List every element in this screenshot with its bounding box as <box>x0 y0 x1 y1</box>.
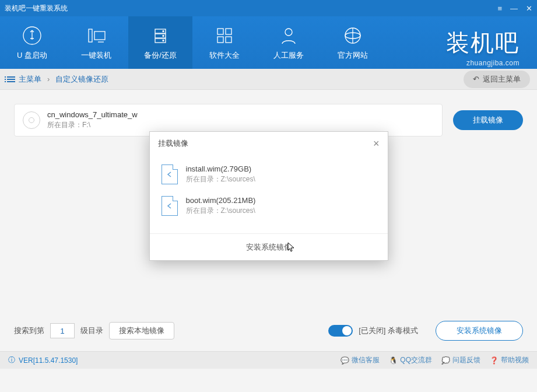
file-icon <box>162 164 178 184</box>
modal-title: 挂载镜像 <box>158 138 188 149</box>
wim-item-install[interactable]: install.wim(2.79GB) 所在目录：Z:\sources\ <box>150 159 388 190</box>
wim-item-boot[interactable]: boot.wim(205.21MB) 所在目录：Z:\sources\ <box>150 190 388 222</box>
modal-body: install.wim(2.79GB) 所在目录：Z:\sources\ boo… <box>150 155 388 233</box>
modal-overlay: 挂载镜像 × install.wim(2.79GB) 所在目录：Z:\sourc… <box>0 0 537 392</box>
modal-footer-label: 安装系统镜像 <box>246 242 292 253</box>
mount-modal: 挂载镜像 × install.wim(2.79GB) 所在目录：Z:\sourc… <box>149 131 388 261</box>
modal-install-button[interactable]: 安装系统镜像 <box>150 233 388 260</box>
modal-close-icon[interactable]: × <box>373 138 380 150</box>
file-icon <box>162 196 178 216</box>
wim-filename: install.wim(2.79GB) <box>186 164 255 173</box>
modal-header: 挂载镜像 × <box>150 132 388 155</box>
cursor-icon <box>287 242 296 253</box>
wim-path: 所在目录：Z:\sources\ <box>186 174 255 184</box>
wim-path: 所在目录：Z:\sources\ <box>186 206 256 216</box>
wim-filename: boot.wim(205.21MB) <box>186 196 256 205</box>
